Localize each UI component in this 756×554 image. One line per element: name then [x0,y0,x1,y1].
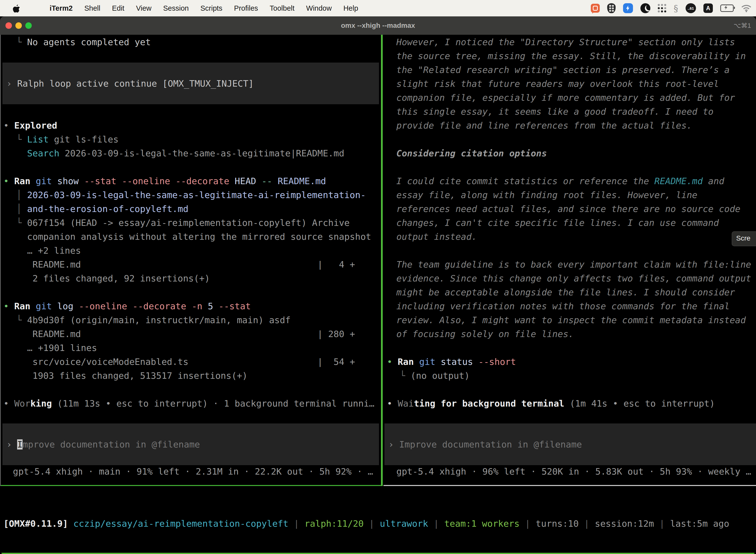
thinking-section-header: Considering citation options [396,147,547,160]
wifi-icon[interactable] [741,4,752,12]
thinking-line: references need actual files, and since … [396,202,740,216]
right-pane[interactable]: However, I noticed the "Directory Struct… [383,35,756,486]
thinking-line: this single essay, it seems like a good … [396,105,713,119]
window-shortcut-badge: ⌥⌘1 [734,16,751,35]
app-crescent-icon[interactable] [640,3,650,13]
window-title-bar[interactable]: omx --xhigh --madmax ⌥⌘1 [0,16,756,35]
thinking-line: output instead. [396,230,477,244]
show-commit-msg-line: companion analysis without altering the … [16,230,371,244]
thinking-line: The team guideline is to back every impo… [396,258,751,272]
explored-search-line: Search 2026-03-09-is-legal-the-same-as-l… [16,147,344,160]
thinking-line: changes, I can't cite specific file line… [396,216,719,230]
thinking-line: evidence. Since this change only affects… [396,272,751,285]
battery-icon[interactable] [720,4,734,12]
menu-bar: iTerm2 Shell Edit View Session Scripts P… [0,0,756,16]
input-source-icon[interactable]: A [703,3,713,13]
menu-item-edit[interactable]: Edit [112,4,124,12]
apple-menu-icon[interactable] [13,4,20,13]
menu-item-view[interactable]: View [136,4,151,12]
show-filename-line-1: │ 2026-03-09-is-legal-the-same-as-legiti… [16,188,366,202]
log-stat-voice: src/voice/voiceModeEnabled.ts | 54 + [16,355,355,369]
thinking-line-with-link: I could cite commit statistics or refere… [396,174,724,188]
menu-item-help[interactable]: Help [343,4,358,12]
no-agents-line: └ No agents completed yet [16,35,151,49]
log-stat-summary: 1903 files changed, 513517 insertions(+) [16,369,248,383]
squiggle-icon[interactable]: § [674,3,678,13]
left-pane[interactable]: └ No agents completed yet › Ralph loop a… [0,35,381,486]
ran-git-show-line: • Ran git show --stat --oneline --decora… [3,174,326,188]
menu-item-iterm2[interactable]: iTerm2 [50,4,73,12]
thinking-line: review. Also, I might want to inspect th… [396,313,746,327]
thinking-line: the "Related research writing" section i… [396,63,730,77]
screen-record-icon[interactable] [591,4,600,13]
count-badge-icon[interactable]: ..61 [686,3,696,13]
menu-item-toolbelt[interactable]: Toolbelt [270,4,295,12]
ran-git-log-line: • Ran git log --oneline --decorate -n 5 … [3,299,251,313]
prompt-chevron-icon: › [6,78,17,89]
session-stats-left: gpt-5.4 xhigh · main · 91% left · 2.31M … [13,465,373,479]
menu-items: iTerm2 Shell Edit View Session Scripts P… [50,4,358,12]
thinking-line: of focusing solely on file lines. [396,327,574,341]
iterm-window: omx --xhigh --madmax ⌥⌘1 └ No agents com… [0,16,756,554]
prompt-input-right[interactable]: › Improve documentation in @filename [384,424,756,465]
menu-item-profiles[interactable]: Profiles [234,4,258,12]
thinking-line: provide file and line references from th… [396,119,692,132]
thinking-line: However, I noticed the "Directory Struct… [396,35,735,49]
show-stat-summary: 2 files changed, 92 insertions(+) [16,272,210,285]
ran-git-status-line: • Ran git status --short [387,355,516,369]
show-more-lines: … +2 lines [16,244,81,258]
log-more-lines: … +1901 lines [16,341,97,355]
menu-status-icons: § ..61 A [591,3,752,13]
log-stat-readme: README.md | 280 + [16,327,355,341]
prompt-input-value: Ralph loop active continue [OMX_TMUX_INJ… [17,78,254,89]
prompt-input-left-top[interactable]: › Ralph loop active continue [OMX_TMUX_I… [2,63,379,104]
window-left-edge [0,35,1,486]
sync-badge-icon[interactable] [623,3,633,13]
explored-header: • Explored [3,119,57,132]
thinking-line: the source tree, missing the essay. Stil… [396,49,746,63]
window-title: omx --xhigh --madmax [0,16,756,35]
no-output-line: └ (no output) [400,369,470,383]
screen-share-tooltip: Scre [732,231,756,246]
thinking-line: including verification notes with those … [396,299,730,313]
terminal-area: └ No agents completed yet › Ralph loop a… [0,35,756,554]
menu-item-shell[interactable]: Shell [84,4,101,12]
pane-divider[interactable] [381,35,383,486]
dots-grid-icon[interactable] [658,4,666,12]
thinking-line: slight risk that future readers may over… [396,77,719,91]
prompt-input-left-bottom[interactable]: › Improve documentation in @filename [2,424,379,465]
prompt-chevron-icon: › [388,439,399,449]
log-commit-line: └ 4b9d30f (origin/main, instructkr/main,… [16,313,291,327]
show-filename-line-2: │ and-the-erosion-of-copyleft.md [16,202,189,216]
left-pane-active-border [0,485,381,486]
thinking-line: companion file, especially if more comme… [396,91,735,105]
show-commit-line: └ 067f154 (HEAD -> essay/ai-reimplementa… [16,216,350,230]
session-stats-right: gpt-5.4 xhigh · 96% left · 520K in · 5.8… [396,465,751,479]
show-stat-readme: README.md | 4 + [16,258,355,272]
omx-status-line: [OMX#0.11.9] cczip/essay/ai-reimplementa… [3,517,729,531]
right-pane-border [383,485,756,486]
thinking-line: essay file, along with finding root file… [396,188,697,202]
menu-item-scripts[interactable]: Scripts [200,4,223,12]
tmux-status-bar: [omx-cczip0:bash* "MacBook-Pro-44.local"… [1,553,755,554]
thinking-line: might be acceptable alongside the file l… [396,285,735,299]
prompt-input-with-cursor: › Improve documentation in @filename [6,439,200,449]
menu-item-session[interactable]: Session [163,4,189,12]
prompt-input-value: Improve documentation in @filename [399,439,582,449]
privacy-shield-icon[interactable] [607,3,616,13]
working-status-line: • Working (11m 13s • esc to interrupt) ·… [3,397,375,410]
waiting-status-line: • Waiting for background terminal (1m 41… [387,397,715,410]
explored-list-line: └ List git ls-files [16,132,119,147]
menu-item-window[interactable]: Window [306,4,332,12]
